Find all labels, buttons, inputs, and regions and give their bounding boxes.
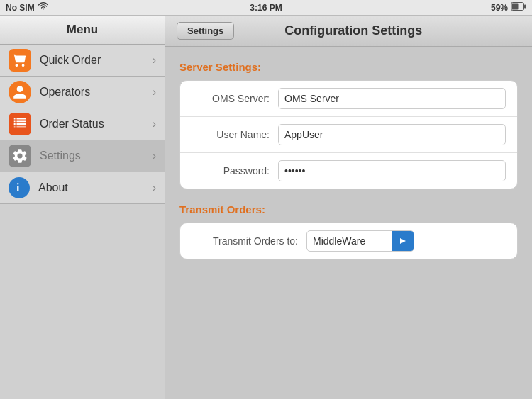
status-bar: No SIM 3:16 PM 59% xyxy=(0,0,532,16)
sidebar-item-order-status[interactable]: Order Status › xyxy=(0,108,165,140)
transmit-orders-title: Transmit Orders: xyxy=(179,203,518,215)
app-container: Menu Quick Order › Operators › xyxy=(0,16,532,399)
oms-server-label: OMS Server: xyxy=(192,93,270,104)
top-bar: Settings Configuration Settings xyxy=(165,16,532,47)
server-settings-card: OMS Server: User Name: Password: xyxy=(179,80,518,189)
svg-rect-2 xyxy=(524,5,526,9)
sidebar-item-operators[interactable]: Operators › xyxy=(0,77,165,108)
transmit-orders-label: Transmit Orders to: xyxy=(192,235,298,247)
status-right: 59% xyxy=(491,2,526,13)
order-status-label: Order Status xyxy=(40,118,153,130)
svg-text:i: i xyxy=(16,181,20,193)
about-chevron: › xyxy=(153,181,156,194)
sidebar: Menu Quick Order › Operators › xyxy=(0,16,165,399)
oms-server-row: OMS Server: xyxy=(180,81,517,117)
settings-tab-button[interactable]: Settings xyxy=(177,22,234,40)
battery-icon xyxy=(511,2,526,13)
carrier-label: No SIM xyxy=(6,3,35,13)
status-time: 3:16 PM xyxy=(250,3,282,13)
about-icon: i xyxy=(9,177,30,198)
transmit-arrow-button[interactable] xyxy=(392,230,414,252)
transmit-select-wrapper: MiddleWare Direct Batch xyxy=(306,230,414,252)
content-area: Server Settings: OMS Server: User Name: … xyxy=(165,47,532,399)
sidebar-item-about[interactable]: i About › xyxy=(0,172,165,204)
username-label: User Name: xyxy=(192,129,270,140)
operators-chevron: › xyxy=(153,86,156,99)
order-status-icon xyxy=(9,113,31,135)
sidebar-item-settings[interactable]: Settings › xyxy=(0,140,165,172)
page-title: Configuration Settings xyxy=(243,23,521,38)
quick-order-icon xyxy=(9,49,31,72)
svg-marker-4 xyxy=(400,238,406,244)
order-status-chevron: › xyxy=(153,118,156,130)
operators-label: Operators xyxy=(40,86,153,99)
sidebar-header: Menu xyxy=(0,16,165,45)
sidebar-item-quick-order[interactable]: Quick Order › xyxy=(0,45,165,77)
status-left: No SIM xyxy=(6,2,48,13)
quick-order-chevron: › xyxy=(153,54,156,67)
transmit-orders-card: Transmit Orders to: MiddleWare Direct Ba… xyxy=(179,223,518,259)
about-label: About xyxy=(38,181,153,194)
settings-label: Settings xyxy=(40,150,153,162)
wifi-icon xyxy=(38,2,48,13)
oms-server-input[interactable] xyxy=(278,88,506,109)
password-input[interactable] xyxy=(278,160,506,181)
transmit-orders-row: Transmit Orders to: MiddleWare Direct Ba… xyxy=(180,223,517,259)
settings-icon xyxy=(9,145,31,167)
username-input[interactable] xyxy=(278,124,506,145)
main-panel: Settings Configuration Settings Server S… xyxy=(165,16,532,399)
quick-order-label: Quick Order xyxy=(40,54,153,67)
transmit-orders-select[interactable]: MiddleWare Direct Batch xyxy=(307,235,392,247)
operators-icon xyxy=(9,81,31,103)
svg-rect-1 xyxy=(512,4,519,10)
battery-percent: 59% xyxy=(491,3,508,13)
username-row: User Name: xyxy=(180,117,517,153)
settings-chevron: › xyxy=(153,150,156,162)
password-row: Password: xyxy=(180,153,517,189)
server-settings-title: Server Settings: xyxy=(179,61,518,73)
password-label: Password: xyxy=(192,165,270,176)
